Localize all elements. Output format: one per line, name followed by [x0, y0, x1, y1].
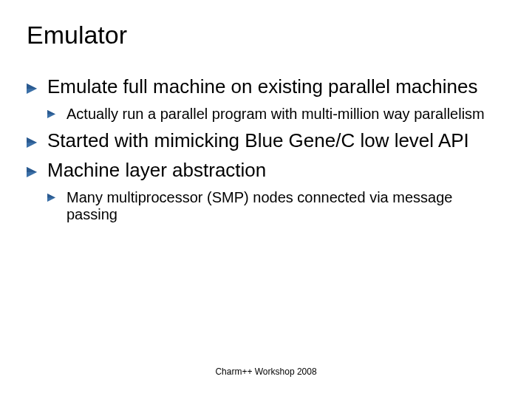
slide-footer: Charm++ Workshop 2008 — [0, 366, 532, 377]
list-item-text: Many multiprocessor (SMP) nodes connecte… — [66, 189, 452, 222]
list-item: Machine layer abstraction Many multiproc… — [27, 160, 505, 223]
list-item-text: Machine layer abstraction — [47, 159, 266, 181]
list-item-text: Started with mimicking Blue Gene/C low l… — [47, 129, 469, 151]
slide-title: Emulator — [27, 21, 505, 50]
sub-list: Actually run a parallel program with mul… — [47, 106, 505, 123]
list-item-text: Emulate full machine on existing paralle… — [47, 75, 477, 98]
slide: Emulator Emulate full machine on existin… — [0, 0, 532, 399]
list-item: Started with mimicking Blue Gene/C low l… — [27, 130, 505, 152]
list-item-text: Actually run a parallel program with mul… — [66, 106, 485, 122]
arrow-icon — [27, 83, 37, 94]
svg-marker-9 — [47, 194, 55, 198]
list-item: Emulate full machine on existing paralle… — [27, 76, 505, 123]
svg-marker-1 — [27, 83, 37, 89]
svg-marker-5 — [27, 137, 37, 143]
list-item: Many multiprocessor (SMP) nodes connecte… — [47, 189, 505, 223]
arrow-icon — [27, 167, 37, 177]
bullet-list: Emulate full machine on existing paralle… — [27, 76, 505, 223]
list-item: Actually run a parallel program with mul… — [47, 106, 505, 123]
sub-list: Many multiprocessor (SMP) nodes connecte… — [47, 189, 505, 223]
arrow-icon — [27, 137, 37, 148]
arrow-icon — [47, 194, 55, 202]
arrow-icon — [47, 110, 55, 118]
slide-content: Emulate full machine on existing paralle… — [27, 76, 505, 223]
svg-marker-7 — [27, 167, 37, 172]
svg-marker-3 — [47, 110, 55, 115]
